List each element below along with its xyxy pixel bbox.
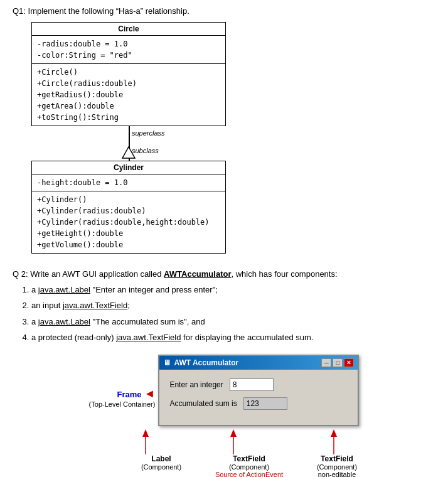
frame-label: Frame (117, 390, 142, 399)
q2-item-4: a protected (read-only) java.awt.TextFie… (31, 330, 435, 345)
awt-diagram: Frame ◄ (Top-Level Container) 🖥 AWT Accu… (13, 355, 435, 477)
circle-methods-text: +Circle() +Circle(radius:double) +getRad… (37, 67, 220, 123)
java-textfield-2: java.awt.TextField (116, 333, 181, 342)
superclass-label: superclass subclass (132, 129, 165, 154)
label-component: Label (Component) (117, 454, 205, 477)
textfield2-sub: (Component) (293, 463, 381, 471)
q2-item-2: an input java.awt.TextField; (31, 298, 435, 313)
textfield1-sub: (Component) (205, 463, 293, 471)
q2-item-3: a java.awt.Label "The accumulated sum is… (31, 314, 435, 329)
textfield1-title: TextField (205, 454, 293, 463)
cylinder-methods-text: +Cylinder() +Cylinder(radius:double) +Cy… (37, 194, 220, 250)
textfield-component-2: TextField (Component) non-editable (293, 454, 381, 477)
maximize-button[interactable]: □ (333, 358, 343, 367)
titlebar-buttons: ─ □ ✕ (321, 358, 354, 367)
awt-window: 🖥 AWT Accumulator ─ □ ✕ Enter an integer (158, 355, 359, 426)
accumulated-sum-textfield[interactable] (243, 397, 287, 410)
java-label-1: java.awt.Label (38, 285, 90, 294)
inheritance-arrow: superclass subclass (31, 126, 226, 161)
label-title: Label (117, 454, 205, 463)
uml-diagram: Circle -radius:double = 1.0 -color:Strin… (31, 22, 435, 254)
frame-label-area: Frame ◄ (Top-Level Container) (89, 389, 156, 408)
frame-sublabel: (Top-Level Container) (89, 400, 156, 408)
awt-row-1: Enter an integer (169, 378, 348, 391)
svg-marker-2 (142, 429, 149, 437)
awt-accumulator-name: AWTAccumulator (164, 269, 231, 279)
q2-section: Q 2: Write an AWT GUI application called… (13, 269, 435, 477)
awt-titlebar: 🖥 AWT Accumulator ─ □ ✕ (159, 356, 358, 370)
svg-marker-6 (331, 429, 337, 437)
textfield-component-1: TextField (Component) Source of ActionEv… (205, 454, 293, 477)
circle-methods: +Circle() +Circle(radius:double) +getRad… (32, 64, 225, 126)
awt-frame-area: Frame ◄ (Top-Level Container) 🖥 AWT Accu… (13, 355, 435, 426)
java-label-2: java.awt.Label (38, 317, 90, 326)
textfield1-source: Source of ActionEvent (205, 471, 293, 477)
circle-attr-text: -radius:double = 1.0 -color:String = "re… (37, 38, 220, 61)
label-sub: (Component) (117, 463, 205, 471)
frame-arrow: ◄ (144, 387, 156, 400)
textfield2-noneditable: non-editable (293, 471, 381, 477)
q2-list: a java.awt.Label "Enter an integer and p… (31, 282, 435, 345)
circle-header: Circle (32, 23, 225, 36)
component-labels-area: Label (Component) TextField (Component) … (99, 429, 400, 477)
awt-row-2: Accumulated sum is (169, 397, 348, 410)
java-textfield-1: java.awt.TextField (63, 301, 127, 310)
cylinder-attr-text: -height:double = 1.0 (37, 177, 220, 188)
q1-label: Q1: Implement the following “Has-a” rela… (13, 6, 435, 16)
cylinder-attributes: -height:double = 1.0 (32, 174, 225, 191)
svg-marker-4 (230, 429, 237, 437)
enter-integer-label: Enter an integer (169, 380, 223, 389)
q2-label: Q 2: Write an AWT GUI application called… (13, 269, 435, 279)
textfield2-title: TextField (293, 454, 381, 463)
awt-content: Enter an integer Accumulated sum is (159, 370, 358, 425)
minimize-button[interactable]: ─ (321, 358, 331, 367)
circle-box: Circle -radius:double = 1.0 -color:Strin… (31, 22, 226, 126)
cylinder-box: Cylinder -height:double = 1.0 +Cylinder(… (31, 161, 226, 254)
window-icon: 🖥 (163, 358, 171, 367)
cylinder-header: Cylinder (32, 161, 225, 174)
close-button[interactable]: ✕ (344, 358, 354, 367)
window-title: AWT Accumulator (174, 358, 238, 367)
component-labels: Label (Component) TextField (Component) … (99, 454, 400, 477)
q2-item-1: a java.awt.Label "Enter an integer and p… (31, 282, 435, 297)
accumulated-sum-label: Accumulated sum is (169, 399, 237, 408)
circle-attributes: -radius:double = 1.0 -color:String = "re… (32, 36, 225, 64)
cylinder-methods: +Cylinder() +Cylinder(radius:double) +Cy… (32, 191, 225, 253)
integer-textfield[interactable] (230, 378, 274, 391)
